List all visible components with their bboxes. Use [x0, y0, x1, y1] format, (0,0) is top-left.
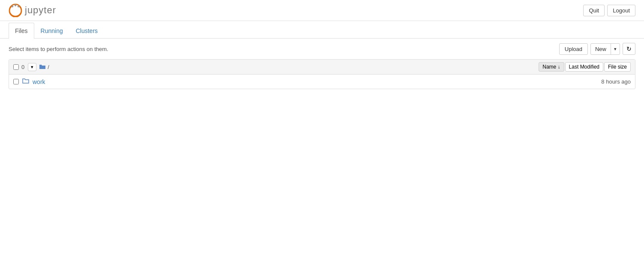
jupyter-logo-icon — [9, 3, 22, 17]
logout-button[interactable]: Logout — [607, 5, 635, 16]
sort-name-button[interactable]: Name ↓ — [539, 62, 564, 72]
file-modified: 8 hours ago — [601, 78, 631, 85]
item-actions-dropdown[interactable]: ▾ — [28, 63, 36, 71]
new-button-group: New ▾ — [590, 43, 620, 55]
sort-name-label: Name — [542, 64, 556, 70]
sort-filesize-button[interactable]: File size — [604, 62, 631, 72]
refresh-button[interactable]: ↻ — [623, 43, 635, 55]
file-link[interactable]: work — [33, 78, 45, 85]
folder-icon — [22, 78, 29, 85]
breadcrumb: / — [39, 64, 49, 70]
header-buttons: Quit Logout — [583, 5, 635, 16]
toolbar-hint: Select items to perform actions on them. — [9, 46, 108, 52]
sort-name-icon: ↓ — [558, 64, 560, 70]
svg-point-1 — [12, 6, 13, 7]
file-row-left: work — [13, 78, 45, 85]
toolbar-right: Upload New ▾ ↻ — [559, 43, 635, 55]
svg-point-3 — [18, 6, 19, 7]
folder-item-icon — [22, 78, 29, 84]
file-checkbox[interactable] — [13, 79, 19, 84]
tabs-bar: Files Running Clusters — [0, 23, 644, 39]
file-list-header-left: 0 ▾ / — [13, 63, 49, 71]
select-all-checkbox[interactable] — [13, 64, 19, 70]
header: jupyter Quit Logout — [0, 0, 644, 21]
sort-modified-button[interactable]: Last Modified — [565, 62, 603, 72]
upload-button[interactable]: Upload — [559, 43, 588, 55]
new-button-caret[interactable]: ▾ — [611, 44, 620, 54]
file-list-body: work 8 hours ago — [9, 75, 635, 89]
tab-clusters[interactable]: Clusters — [69, 23, 104, 39]
new-button-label[interactable]: New — [591, 44, 611, 54]
breadcrumb-path: / — [48, 64, 49, 70]
table-row: work 8 hours ago — [9, 75, 635, 89]
file-container: 0 ▾ / Name ↓ Last Modified File size — [9, 59, 635, 89]
tab-files[interactable]: Files — [9, 23, 34, 39]
logo-text: jupyter — [25, 5, 56, 16]
quit-button[interactable]: Quit — [583, 5, 605, 16]
folder-breadcrumb-icon — [39, 64, 46, 70]
logo: jupyter — [9, 3, 56, 17]
item-count: 0 — [21, 64, 24, 70]
tab-running[interactable]: Running — [34, 23, 69, 39]
toolbar: Select items to perform actions on them.… — [0, 39, 644, 59]
svg-point-2 — [15, 4, 16, 6]
file-list-header-right: Name ↓ Last Modified File size — [539, 62, 631, 72]
file-list-header: 0 ▾ / Name ↓ Last Modified File size — [9, 60, 635, 75]
